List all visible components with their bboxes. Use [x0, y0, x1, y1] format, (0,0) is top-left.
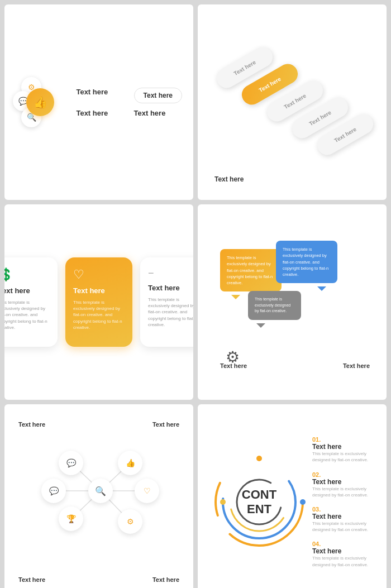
list-item-1: 01. Text here This template is exclusive… [312, 436, 373, 463]
list-desc-1: This template is exclusively designed by… [312, 451, 373, 463]
panel6-content: CONTENT 01. Text here This template is e… [198, 425, 387, 579]
card-3: − Text here This template is exclusively… [140, 257, 193, 347]
svg-point-11 [256, 456, 262, 461]
text-item-1: Text here [76, 88, 122, 103]
bubble-blue: This template is exclusively designed by… [276, 241, 337, 283]
hub-node-1: 💬 [59, 451, 83, 475]
thumbsup-icon: 👍 [26, 88, 54, 116]
list-title-2: Text here [312, 478, 373, 486]
list-num-1: 01. [312, 436, 373, 443]
list-num-2: 02. [312, 471, 373, 478]
list-title-1: Text here [312, 443, 373, 451]
bubble-gray: This template is exclusively designed by… [248, 291, 301, 320]
panel5-content: Text here Text here Text here Text here … [4, 404, 193, 588]
card-1-title: Text here [4, 286, 50, 295]
hub-node-4: 👍 [118, 451, 142, 475]
panel-5: Text here Text here Text here Text here … [4, 404, 193, 588]
panel-6: CONTENT 01. Text here This template is e… [198, 404, 387, 588]
text-grid: Text here Text here Text here Text here [76, 88, 182, 117]
hub-node-6: ⚙ [118, 509, 142, 534]
panel2-bottom-text: Text here [214, 175, 244, 183]
list-item-3: 03. Text here This template is exclusive… [312, 506, 373, 533]
svg-point-12 [300, 499, 306, 505]
list-item-4: 04. Text here This template is exclusive… [312, 541, 373, 567]
text-item-2: Text here [76, 109, 122, 117]
panel3-cards: 💲 Text here This template is exclusively… [4, 241, 193, 364]
panel4-content: This template is exclusively designed by… [198, 204, 387, 400]
card-1: 💲 Text here This template is exclusively… [4, 257, 58, 347]
panel1-content: ⚙ 💬 🔍 👍 Text here Text here Text here Te… [4, 66, 193, 138]
panel4-text-right: Text here [343, 362, 370, 369]
hub-node-5: ♡ [135, 479, 159, 503]
svg-point-13 [220, 499, 226, 505]
card-2-desc: This template is exclusively designed by… [73, 299, 125, 331]
text-box-1: Text here [134, 88, 182, 103]
panel-3: 💲 Text here This template is exclusively… [4, 204, 193, 400]
panel4-text-left: Text here [220, 362, 247, 369]
list-desc-3: This template is exclusively designed by… [312, 520, 373, 533]
card-2-title: Text here [73, 286, 125, 295]
text-item-3: Text here [134, 109, 182, 117]
bubble-orange: This template is exclusively designed by… [220, 249, 282, 291]
panel-4: This template is exclusively designed by… [198, 204, 387, 400]
minus-icon: − [148, 267, 193, 279]
list-item-2: 02. Text here This template is exclusive… [312, 471, 373, 498]
list-num-4: 04. [312, 541, 373, 547]
heart-icon: ♡ [73, 267, 125, 282]
panel-2: Text here Text here Text here Text here … [198, 4, 387, 200]
circle-chart: CONTENT [212, 455, 307, 549]
panel2-content: Text here Text here Text here Text here … [198, 4, 387, 200]
hub-node-3: 🏆 [59, 506, 83, 531]
card-1-desc: This template is exclusively designed by… [4, 299, 50, 331]
pills-container: Text here Text here Text here Text here … [208, 46, 376, 158]
panel-1: ⚙ 💬 🔍 👍 Text here Text here Text here Te… [4, 4, 193, 200]
card-3-desc: This template is exclusively designed by… [148, 297, 193, 328]
hub-node-2: 💬 [41, 479, 66, 503]
hub-center-node: 🔍 [88, 479, 113, 503]
icon-cluster: ⚙ 💬 🔍 👍 [16, 77, 65, 127]
list-desc-4: This template is exclusively designed by… [312, 555, 373, 567]
list-title-4: Text here [312, 547, 373, 555]
card-3-title: Text here [148, 284, 193, 292]
list-desc-2: This template is exclusively designed by… [312, 486, 373, 498]
dollar-icon: 💲 [4, 267, 50, 282]
list-num-3: 03. [312, 506, 373, 513]
circle-center-text: CONTENT [242, 487, 276, 517]
panel6-list: 01. Text here This template is exclusive… [312, 436, 373, 568]
list-title-3: Text here [312, 513, 373, 520]
card-2: ♡ Text here This template is exclusively… [65, 257, 132, 347]
